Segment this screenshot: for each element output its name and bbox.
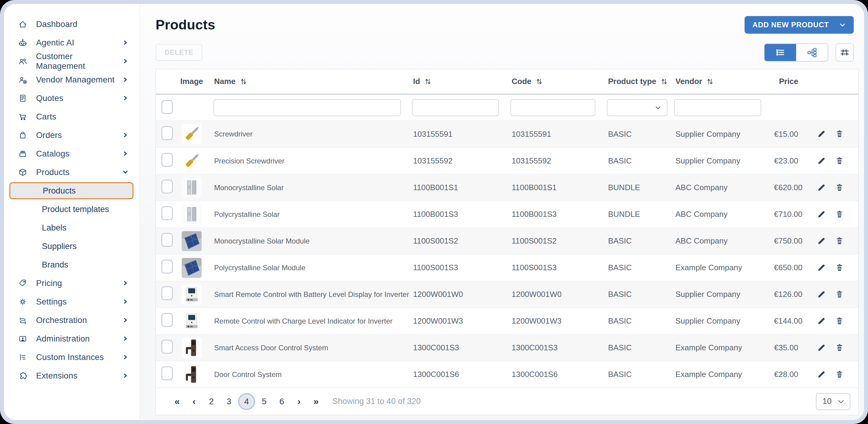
table-row[interactable]: Polycrystalline Solar Module 1100S001S3 …	[156, 254, 858, 281]
product-vendor: Supplier Company	[670, 129, 769, 139]
sidebar-item-orders[interactable]: Orders	[4, 126, 140, 144]
sort-icon[interactable]	[535, 77, 544, 86]
code-filter-input[interactable]	[510, 99, 595, 116]
add-new-product-button[interactable]: ADD NEW PRODUCT	[745, 16, 854, 34]
page-button-5[interactable]: 5	[256, 393, 273, 410]
vendor-filter-input[interactable]	[674, 99, 761, 116]
sidebar-item-carts[interactable]: Carts	[4, 108, 140, 126]
sort-icon[interactable]	[706, 77, 714, 86]
delete-row-button[interactable]	[835, 129, 844, 139]
sidebar-item-quotes[interactable]: Quotes	[4, 89, 140, 108]
sidebar-subitem-labels[interactable]: Labels	[4, 218, 140, 237]
delete-row-button[interactable]	[835, 156, 844, 166]
sort-icon[interactable]	[660, 77, 669, 86]
delete-row-button[interactable]	[835, 210, 844, 219]
first-page-button[interactable]: «	[168, 393, 186, 410]
table-row[interactable]: Polycrystalline Solar 1100B001S3 1100B00…	[156, 201, 858, 228]
cart-icon	[17, 111, 28, 122]
page-size-select[interactable]: 10	[816, 393, 850, 410]
sidebar-item-dashboard[interactable]: Dashboard	[4, 15, 140, 33]
sidebar-item-orchestration[interactable]: Orchestration	[4, 311, 140, 329]
id-badge-icon	[17, 333, 28, 344]
sort-icon[interactable]	[424, 77, 432, 86]
delete-button[interactable]: DELETE	[156, 44, 202, 61]
row-checkbox[interactable]	[161, 206, 173, 220]
column-header-vendor[interactable]: Vendor	[670, 77, 769, 86]
sidebar-item-catalogs[interactable]: Catalogs	[4, 144, 140, 163]
row-checkbox[interactable]	[161, 126, 173, 140]
edit-button[interactable]	[816, 316, 826, 326]
table-row[interactable]: Screwdriver 103155591 103155591 BASIC Su…	[156, 121, 858, 147]
delete-row-button[interactable]	[835, 183, 844, 192]
product-type-filter-select[interactable]	[607, 99, 668, 116]
sidebar-item-extensions[interactable]: Extensions	[4, 366, 140, 385]
filter-settings-button[interactable]	[836, 43, 854, 62]
sidebar-item-agentic-ai[interactable]: Agentic AI	[4, 33, 140, 52]
delete-row-button[interactable]	[835, 316, 844, 326]
sidebar-item-administration[interactable]: Administration	[4, 329, 140, 348]
sidebar-subitem-products[interactable]: Products	[9, 182, 133, 199]
chevron-right-icon	[123, 317, 128, 323]
edit-button[interactable]	[816, 183, 826, 192]
row-checkbox[interactable]	[161, 260, 173, 274]
edit-button[interactable]	[816, 156, 826, 166]
pagination-status: Showing 31 to 40 of 320	[332, 397, 421, 406]
previous-page-button[interactable]: ‹	[186, 393, 203, 410]
table-row[interactable]: Monocrystalline Solar 1100B001S1 1100B00…	[156, 174, 858, 201]
tree-view-button[interactable]	[796, 44, 828, 61]
row-checkbox[interactable]	[161, 313, 173, 327]
last-page-button[interactable]: »	[308, 393, 324, 410]
edit-button[interactable]	[816, 210, 826, 219]
page-button-6[interactable]: 6	[273, 393, 290, 410]
table-row[interactable]: Precision Screwdriver 103155592 10315559…	[156, 147, 858, 174]
page-button-2[interactable]: 2	[203, 393, 220, 410]
catalog-icon	[17, 148, 28, 159]
row-checkbox[interactable]	[161, 180, 173, 193]
delete-row-button[interactable]	[835, 343, 844, 353]
row-checkbox[interactable]	[161, 153, 173, 167]
column-header-name[interactable]: Name	[209, 77, 408, 86]
row-checkbox[interactable]	[161, 366, 173, 380]
product-id: 1100B001S1	[408, 183, 506, 192]
sidebar-item-customer-management[interactable]: Customer Management	[4, 52, 140, 70]
sidebar-item-vendor-management[interactable]: Vendor Management	[4, 70, 140, 89]
delete-row-button[interactable]	[835, 370, 844, 380]
row-checkbox[interactable]	[161, 233, 173, 247]
column-header-type[interactable]: Product type	[602, 77, 670, 86]
edit-button[interactable]	[816, 236, 826, 246]
delete-row-button[interactable]	[835, 290, 844, 299]
app-frame: DashboardAgentic AICustomer ManagementVe…	[0, 0, 868, 424]
select-all-checkbox[interactable]	[161, 100, 173, 114]
sidebar-subitem-brands[interactable]: Brands	[4, 255, 140, 274]
column-header-id[interactable]: Id	[408, 77, 506, 86]
table-row[interactable]: Door Control System 1300C001S6 1300C001S…	[156, 361, 858, 388]
sort-icon[interactable]	[239, 77, 248, 86]
name-filter-input[interactable]	[214, 99, 401, 116]
edit-button[interactable]	[816, 290, 826, 299]
row-checkbox[interactable]	[161, 286, 173, 300]
delete-row-button[interactable]	[835, 236, 844, 246]
page-button-3[interactable]: 3	[220, 393, 238, 410]
edit-button[interactable]	[816, 370, 826, 380]
edit-button[interactable]	[816, 343, 826, 353]
edit-button[interactable]	[816, 129, 826, 139]
next-page-button[interactable]: ›	[290, 393, 308, 410]
id-filter-input[interactable]	[412, 99, 499, 116]
table-row[interactable]: Remote Control with Charge Level Indicat…	[156, 307, 858, 334]
row-checkbox[interactable]	[161, 340, 173, 354]
page-button-4[interactable]: 4	[238, 393, 255, 410]
sidebar-subitem-suppliers[interactable]: Suppliers	[4, 237, 140, 255]
table-row[interactable]: Monocrystalline Solar Module 1100S001S2 …	[156, 228, 858, 254]
sidebar-item-settings[interactable]: Settings	[4, 292, 140, 311]
table-row[interactable]: Smart Access Door Control System 1300C00…	[156, 334, 858, 361]
sidebar-item-products[interactable]: Products	[4, 163, 140, 181]
sidebar-item-custom-instances[interactable]: Custom Instances	[4, 348, 140, 366]
table-row[interactable]: Smart Remote Control with Battery Level …	[156, 281, 858, 307]
sidebar-subitem-product-templates[interactable]: Product templates	[4, 200, 140, 218]
robot-icon	[17, 37, 28, 48]
column-header-code[interactable]: Code	[506, 77, 602, 86]
edit-button[interactable]	[816, 263, 826, 273]
delete-row-button[interactable]	[835, 263, 844, 273]
list-view-button[interactable]	[765, 44, 796, 61]
sidebar-item-pricing[interactable]: Pricing	[4, 274, 140, 292]
